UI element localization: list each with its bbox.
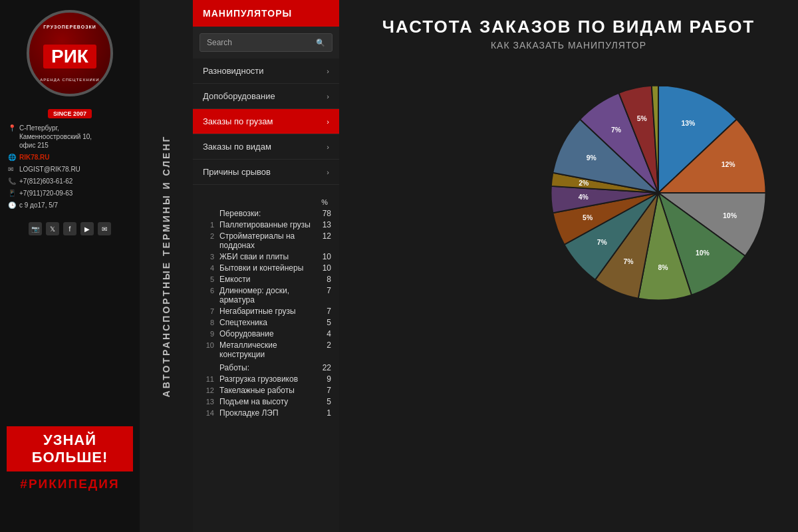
logo-circle: ГРУЗОПЕРЕВОЗКИ РИК АРЕНДА СПЕЦТЕХНИКИ [27, 10, 113, 96]
chevron-raznovidnosti: › [327, 67, 329, 75]
section2-label: Работы: [219, 363, 318, 372]
nav-item-zakazy-gruzam[interactable]: Заказы по грузам › [193, 109, 339, 134]
email-icon: ✉ [8, 166, 16, 173]
table-header: % [201, 198, 331, 206]
location-icon: 📍 [8, 124, 16, 132]
table-row: 14 Прокладке ЛЭП 1 [201, 408, 331, 418]
search-icon: 🔍 [316, 39, 325, 47]
pie-label-1: 12% [722, 161, 735, 168]
rotated-label: АВТОТРАНСПОРТНЫЕ ТЕРМИНЫ И СЛЕНГ [161, 135, 172, 398]
pie-label-5: 7% [624, 258, 634, 265]
chevron-zakazy-vidam: › [327, 143, 329, 151]
social-icons: 📷 𝕏 f ▶ ✉ [21, 218, 119, 239]
nav-item-prichiny[interactable]: Причины срывов › [193, 160, 339, 185]
main-subtitle: КАК ЗАКАЗАТЬ МАНИПУЛЯТОР [359, 40, 778, 51]
pie-chart-svg: 13%12%10%10%8%7%7%5%4%2%9%7%5% [532, 66, 785, 319]
table-row: 11 Разгрузка грузовиков 9 [201, 374, 331, 384]
nav-menu: МАНИПУЛЯТОРЫ Search 🔍 Разновидности › До… [193, 0, 339, 532]
chevron-zakazy-gruzam: › [327, 118, 329, 126]
youtube-icon[interactable]: ▶ [80, 222, 94, 235]
instagram-icon[interactable]: 📷 [29, 222, 42, 235]
contact-address: 📍 С-Петербург,Каменноостровский 10,офис … [8, 124, 132, 150]
nav-item-raznovidnosti[interactable]: Разновидности › [193, 59, 339, 84]
table-row: 1 Паллетированные грузы 13 [201, 220, 331, 229]
chevron-prichiny: › [327, 168, 329, 176]
address-text: С-Петербург,Каменноостровский 10,офис 21… [19, 124, 92, 150]
email-text: LOGIST@RIK78.RU [19, 165, 80, 174]
section1-label: Перевозки: [219, 209, 318, 218]
main-header: ЧАСТОТА ЗАКАЗОВ ПО ВИДАМ РАБОТ КАК ЗАКАЗ… [339, 0, 798, 57]
nav-item-dopooborudovanie[interactable]: Допоборудование › [193, 84, 339, 109]
table-row: 8 Спецтехника 5 [201, 318, 331, 327]
nav-label-raznovidnosti: Разновидности [203, 66, 264, 76]
mobile-icon: 📱 [8, 190, 16, 197]
table-row: 5 Емкости 8 [201, 275, 331, 284]
since-badge: SINCE 2007 [48, 109, 92, 118]
promo-area: УЗНАЙ БОЛЬШЕ! #РИКИПЕДИЯ [0, 386, 140, 532]
contact-email[interactable]: ✉ LOGIST@RIK78.RU [8, 165, 132, 174]
chevron-dopooborudovanie: › [327, 92, 329, 100]
logo-rik: РИК [43, 45, 96, 68]
search-placeholder: Search [207, 38, 232, 47]
nav-item-zakazy-vidam[interactable]: Заказы по видам › [193, 134, 339, 160]
pie-label-7: 5% [583, 214, 593, 221]
table-row: 10 Металлические конструкции 2 [201, 340, 331, 359]
section1-header-row: Перевозки: 78 [201, 209, 331, 218]
clock-icon: 🕒 [8, 201, 16, 209]
main-title: ЧАСТОТА ЗАКАЗОВ ПО ВИДАМ РАБОТ [359, 17, 778, 37]
table-row: 6 Длинномер: доски, арматура 7 [201, 286, 331, 305]
pie-label-9: 2% [579, 180, 589, 187]
nav-label-prichiny: Причины срывов [203, 167, 271, 177]
data-table: % Перевозки: 78 1 Паллетированные грузы … [193, 192, 339, 426]
search-field[interactable]: Search 🔍 [200, 33, 332, 52]
logo-text-top: ГРУЗОПЕРЕВОЗКИ [43, 25, 96, 29]
logo-area: ГРУЗОПЕРЕВОЗКИ РИК АРЕНДА СПЕЦТЕХНИКИ [0, 0, 140, 106]
hours-text: с 9 до17, 5/7 [19, 201, 58, 209]
logo-text-bottom: АРЕНДА СПЕЦТЕХНИКИ [40, 78, 99, 82]
contact-phone1[interactable]: 📞 +7(812)603-61-62 [8, 177, 132, 186]
pie-label-10: 9% [587, 154, 597, 162]
table-row: 4 Бытовки и контейнеры 10 [201, 263, 331, 273]
search-box: Search 🔍 [193, 27, 339, 59]
nav-header: МАНИПУЛЯТОРЫ [193, 0, 339, 27]
section2-val: 22 [318, 363, 331, 372]
section2-header-row: Работы: 22 [201, 363, 331, 372]
pie-label-6: 7% [597, 239, 607, 246]
pie-label-3: 10% [696, 249, 710, 257]
twitter-icon[interactable]: 𝕏 [46, 222, 59, 235]
section1-val: 78 [318, 209, 331, 218]
rows1-container: 1 Паллетированные грузы 13 2 Стройматери… [201, 220, 331, 359]
phone1-text: +7(812)603-61-62 [19, 177, 72, 186]
uzn-bolshe: УЗНАЙ БОЛЬШЕ! [7, 426, 133, 472]
contact-phone2[interactable]: 📱 +7(911)720-09-63 [8, 189, 132, 198]
globe-icon: 🌐 [8, 154, 16, 161]
pie-label-8: 4% [579, 194, 589, 201]
facebook-icon[interactable]: f [63, 222, 76, 235]
table-row: 9 Оборудование 4 [201, 329, 331, 338]
phone2-text: +7(911)720-09-63 [19, 189, 72, 198]
nav-label-zakazy-vidam: Заказы по видам [203, 142, 271, 152]
rotated-sidebar: АВТОТРАНСПОРТНЫЕ ТЕРМИНЫ И СЛЕНГ [140, 0, 193, 532]
pie-chart-area: 13%12%10%10%8%7%7%5%4%2%9%7%5% [532, 66, 785, 319]
nav-label-zakazy-gruzam: Заказы по грузам [203, 116, 273, 126]
phone-icon: 📞 [8, 178, 16, 185]
table-row: 12 Такелажные работы 7 [201, 386, 331, 395]
rows2-container: 11 Разгрузка грузовиков 9 12 Такелажные … [201, 374, 331, 418]
table-row: 13 Подъем на высоту 5 [201, 397, 331, 406]
pie-label-2: 10% [723, 212, 737, 219]
contact-info: 📍 С-Петербург,Каменноостровский 10,офис … [0, 118, 140, 218]
percent-header: % [321, 198, 328, 206]
main-content: ЧАСТОТА ЗАКАЗОВ ПО ВИДАМ РАБОТ КАК ЗАКАЗ… [339, 0, 798, 532]
pie-label-12: 5% [637, 115, 647, 122]
pie-label-11: 7% [611, 126, 621, 134]
nav-label-dopooborudovanie: Допоборудование [203, 91, 275, 101]
contact-website[interactable]: 🌐 RIK78.RU [8, 153, 132, 162]
pie-label-0: 13% [681, 120, 695, 127]
table-row: 2 Стройматериалы на поддонах 12 [201, 231, 331, 250]
website-text: RIK78.RU [19, 153, 50, 162]
contact-hours: 🕒 с 9 до17, 5/7 [8, 201, 132, 209]
table-row: 3 ЖБИ сваи и плиты 10 [201, 252, 331, 261]
envelope-icon[interactable]: ✉ [98, 222, 111, 235]
rikipedia-tag: #РИКИПЕДИЯ [20, 477, 119, 491]
table-row: 7 Негабаритные грузы 7 [201, 307, 331, 316]
